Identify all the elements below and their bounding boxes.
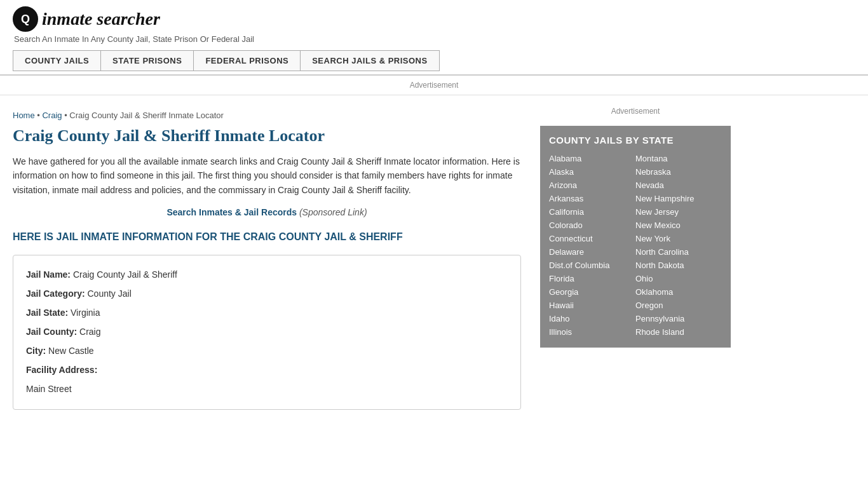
state-link-arizona[interactable]: Arizona — [549, 179, 635, 192]
state-link-pennsylvania[interactable]: Pennsylvania — [635, 312, 722, 325]
federal-prisons-nav-button[interactable]: FEDERAL PRISONS — [194, 50, 301, 71]
state-link-illinois[interactable]: Illinois — [549, 325, 635, 339]
jail-state-row: Jail State: Virginia — [26, 304, 508, 322]
state-link-arkansas[interactable]: Arkansas — [549, 192, 635, 205]
state-link-alaska[interactable]: Alaska — [549, 165, 635, 179]
state-link-alabama[interactable]: Alabama — [549, 152, 635, 165]
county-jails-by-state-box: COUNTY JAILS BY STATE AlabamaAlaskaArizo… — [540, 126, 731, 348]
state-link-hawaii[interactable]: Hawaii — [549, 299, 635, 312]
jail-county-row: Jail County: Craig — [26, 323, 508, 341]
state-link-montana[interactable]: Montana — [635, 152, 722, 165]
main-content: Home • Craig • Craig County Jail & Sheri… — [13, 95, 534, 423]
jail-state-value: Virginia — [71, 308, 100, 318]
nav-bar: COUNTY JAILS STATE PRISONS FEDERAL PRISO… — [13, 50, 855, 71]
jail-city-label: City: — [26, 346, 46, 356]
state-prisons-nav-button[interactable]: STATE PRISONS — [101, 50, 194, 71]
state-link-oklahoma[interactable]: Oklahoma — [635, 285, 722, 299]
states-col2: MontanaNebraskaNevadaNew HampshireNew Je… — [635, 152, 722, 339]
info-box: Jail Name: Craig County Jail & Sheriff J… — [13, 255, 521, 410]
state-link-idaho[interactable]: Idaho — [549, 312, 635, 325]
jail-name-label: Jail Name: — [26, 269, 71, 280]
state-link-nebraska[interactable]: Nebraska — [635, 165, 722, 179]
logo-icon: Q — [13, 6, 38, 32]
state-link-connecticut[interactable]: Connecticut — [549, 232, 635, 245]
state-link-georgia[interactable]: Georgia — [549, 285, 635, 299]
states-col1: AlabamaAlaskaArizonaArkansasCaliforniaCo… — [549, 152, 635, 339]
page-title: Craig County Jail & Sheriff Inmate Locat… — [13, 126, 521, 146]
states-grid: AlabamaAlaskaArizonaArkansasCaliforniaCo… — [549, 152, 722, 339]
logo-area: Q inmate searcher — [13, 6, 855, 32]
description-text: We have gathered for you all the availab… — [13, 154, 521, 197]
state-link-distof-columbia[interactable]: Dist.of Columbia — [549, 259, 635, 272]
breadcrumb-parent[interactable]: Craig — [42, 111, 62, 120]
jail-category-label: Jail Category: — [26, 288, 85, 299]
logo-text: inmate searcher — [42, 9, 160, 29]
state-link-new-mexico[interactable]: New Mexico — [635, 219, 722, 232]
jail-category-row: Jail Category: County Jail — [26, 285, 508, 302]
main-layout: Home • Craig • Craig County Jail & Sheri… — [0, 95, 868, 423]
state-link-new-jersey[interactable]: New Jersey — [635, 205, 722, 219]
jail-state-label: Jail State: — [26, 308, 68, 318]
state-link-north-dakota[interactable]: North Dakota — [635, 259, 722, 272]
jail-county-label: Jail County: — [26, 327, 77, 337]
state-link-california[interactable]: California — [549, 205, 635, 219]
ad-bar: Advertisement — [0, 76, 868, 95]
jail-name-value: Craig County Jail & Sheriff — [73, 269, 177, 280]
breadcrumb-current: Craig County Jail & Sheriff Inmate Locat… — [69, 111, 224, 120]
jail-city-value: New Castle — [48, 346, 94, 356]
jail-address-row: Facility Address: — [26, 361, 508, 379]
state-link-rhode-island[interactable]: Rhode Island — [635, 325, 722, 339]
county-jails-by-state-title: COUNTY JAILS BY STATE — [549, 135, 722, 146]
county-jails-nav-button[interactable]: COUNTY JAILS — [13, 50, 101, 71]
sidebar-ad: Advertisement — [540, 102, 731, 126]
state-link-colorado[interactable]: Colorado — [549, 219, 635, 232]
sidebar: Advertisement COUNTY JAILS BY STATE Alab… — [534, 95, 731, 423]
jail-address-label: Facility Address: — [26, 365, 97, 375]
state-link-oregon[interactable]: Oregon — [635, 299, 722, 312]
jail-address-value-row: Main Street — [26, 380, 508, 398]
info-section-heading: HERE IS JAIL INMATE INFORMATION FOR THE … — [13, 230, 521, 244]
jail-name-row: Jail Name: Craig County Jail & Sheriff — [26, 266, 508, 283]
jail-county-value: Craig — [79, 327, 100, 337]
breadcrumb: Home • Craig • Craig County Jail & Sheri… — [13, 111, 521, 120]
header: Q inmate searcher Search An Inmate In An… — [0, 0, 868, 75]
state-link-delaware[interactable]: Delaware — [549, 245, 635, 259]
tagline: Search An Inmate In Any County Jail, Sta… — [14, 34, 855, 44]
search-link-area: Search Inmates & Jail Records (Sponsored… — [13, 207, 521, 217]
jail-address-value: Main Street — [26, 384, 72, 394]
state-link-ohio[interactable]: Ohio — [635, 272, 722, 285]
breadcrumb-home[interactable]: Home — [13, 111, 35, 120]
search-jails-nav-button[interactable]: SEARCH JAILS & PRISONS — [301, 50, 439, 71]
state-link-new-hampshire[interactable]: New Hampshire — [635, 192, 722, 205]
state-link-north-carolina[interactable]: North Carolina — [635, 245, 722, 259]
sponsored-label: (Sponsored Link) — [299, 207, 367, 217]
state-link-nevada[interactable]: Nevada — [635, 179, 722, 192]
state-link-new-york[interactable]: New York — [635, 232, 722, 245]
jail-category-value: County Jail — [87, 288, 131, 299]
state-link-florida[interactable]: Florida — [549, 272, 635, 285]
jail-city-row: City: New Castle — [26, 342, 508, 360]
search-inmates-link[interactable]: Search Inmates & Jail Records — [166, 207, 297, 217]
